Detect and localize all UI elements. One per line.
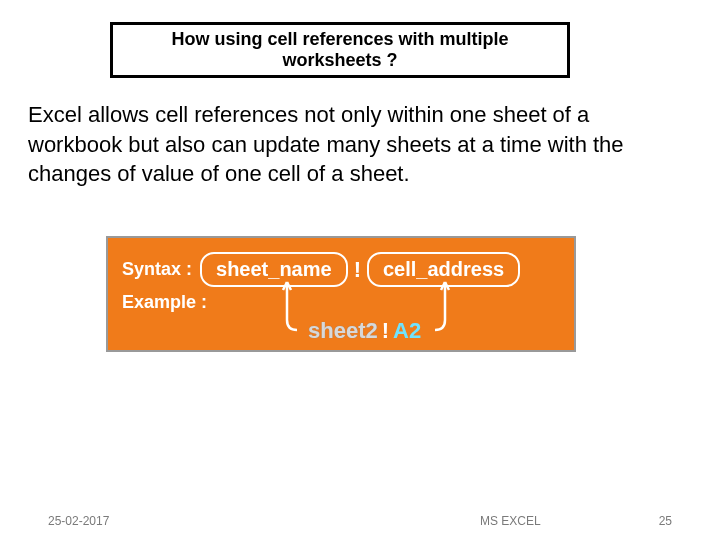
- example-value: sheet2 ! A2: [308, 318, 421, 344]
- example-label: Example :: [122, 292, 207, 313]
- page-title: How using cell references with multiple …: [110, 22, 570, 78]
- syntax-label: Syntax :: [122, 259, 192, 280]
- example-sheet-name: sheet2: [308, 318, 378, 344]
- footer-date: 25-02-2017: [48, 514, 109, 528]
- body-paragraph: Excel allows cell references not only wi…: [28, 100, 688, 189]
- connector-arrow-left-icon: [276, 280, 298, 334]
- example-cell-address: A2: [393, 318, 421, 344]
- footer-title: MS EXCEL: [480, 514, 541, 528]
- syntax-diagram: Syntax : sheet_name ! cell_address Examp…: [106, 236, 576, 352]
- syntax-row: Syntax : sheet_name ! cell_address: [122, 252, 560, 287]
- footer-page-number: 25: [659, 514, 672, 528]
- sheet-name-token: sheet_name: [200, 252, 348, 287]
- connector-arrow-right-icon: [434, 280, 456, 334]
- separator-bang: !: [354, 257, 361, 283]
- example-separator: !: [382, 318, 389, 344]
